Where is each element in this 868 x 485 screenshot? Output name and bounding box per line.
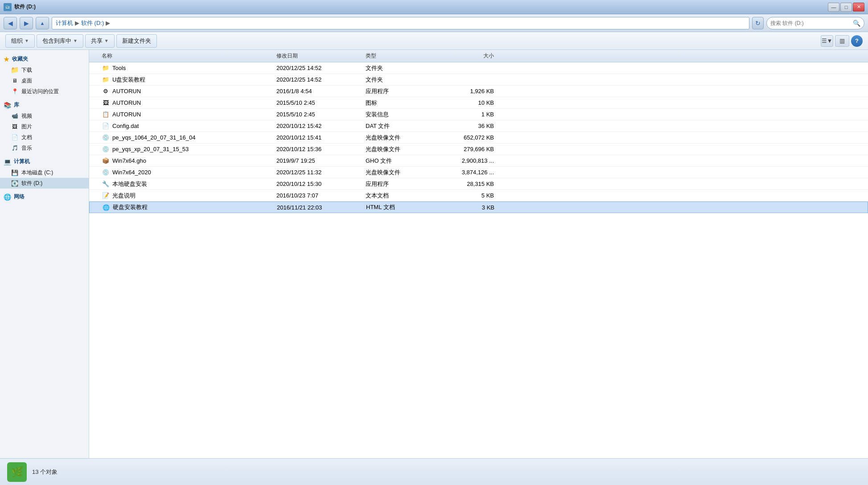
file-type-cell: 光盘映像文件 bbox=[366, 169, 437, 177]
share-button[interactable]: 共享 ▼ bbox=[85, 34, 115, 48]
file-date-cell: 2020/10/12 15:41 bbox=[276, 134, 366, 141]
back-button[interactable]: ◀ bbox=[4, 17, 17, 29]
search-icon: 🔍 bbox=[853, 20, 860, 27]
file-name-cell: 📁 Tools bbox=[89, 64, 276, 72]
file-size-cell: 3 KB bbox=[437, 204, 500, 211]
library-chevron: ▼ bbox=[73, 38, 78, 43]
table-row[interactable]: 🔧 本地硬盘安装 2020/10/12 15:30 应用程序 28,315 KB bbox=[89, 178, 868, 190]
table-row[interactable]: 📝 光盘说明 2016/10/23 7:07 文本文档 5 KB bbox=[89, 190, 868, 201]
file-name-cell: 📝 光盘说明 bbox=[89, 192, 276, 200]
file-name: Config.dat bbox=[112, 123, 139, 129]
file-type-icon: ⚙ bbox=[102, 87, 110, 95]
file-type-icon: 🌐 bbox=[102, 203, 110, 211]
column-size[interactable]: 大小 bbox=[437, 52, 499, 60]
sidebar-item-music[interactable]: 🎵 音乐 bbox=[0, 143, 89, 153]
file-size-cell: 279,696 KB bbox=[437, 146, 499, 152]
star-icon: ★ bbox=[4, 56, 9, 63]
library-icon: 📚 bbox=[4, 102, 11, 109]
file-list: 名称 修改日期 类型 大小 📁 Tools 2020/12/25 14:52 文… bbox=[89, 50, 868, 458]
new-folder-button[interactable]: 新建文件夹 bbox=[116, 34, 157, 48]
sidebar-item-recent[interactable]: 📍 最近访问的位置 bbox=[0, 86, 89, 97]
file-name-cell: 💿 Win7x64_2020 bbox=[89, 169, 276, 177]
music-icon: 🎵 bbox=[11, 144, 19, 152]
sidebar-item-video[interactable]: 📹 视频 bbox=[0, 111, 89, 121]
doc-icon: 📄 bbox=[11, 133, 19, 141]
network-icon: 🌐 bbox=[4, 193, 11, 201]
minimize-button[interactable]: — bbox=[828, 3, 839, 12]
sidebar-favorites-header[interactable]: ★ 收藏夹 bbox=[0, 53, 89, 65]
file-name-cell: 💿 pe_yqs_1064_20_07_31_16_04 bbox=[89, 134, 276, 142]
toolbar: 组织 ▼ 包含到库中 ▼ 共享 ▼ 新建文件夹 ☰▼ ▥ ? bbox=[0, 32, 868, 50]
video-icon: 📹 bbox=[11, 112, 19, 120]
sidebar-item-images[interactable]: 🖼 图片 bbox=[0, 121, 89, 132]
file-name-cell: 📋 AUTORUN bbox=[89, 111, 276, 119]
file-date-cell: 2020/12/25 14:52 bbox=[276, 65, 366, 71]
file-type-cell: 文本文档 bbox=[366, 192, 437, 200]
file-name: Tools bbox=[112, 65, 126, 71]
breadcrumb-drive[interactable]: 软件 (D:) bbox=[81, 19, 104, 27]
hdd-active-icon: 💽 bbox=[11, 179, 19, 187]
column-date[interactable]: 修改日期 bbox=[276, 52, 366, 60]
table-row[interactable]: 📁 U盘安装教程 2020/12/25 14:52 文件夹 bbox=[89, 74, 868, 86]
main-area: ★ 收藏夹 📁 下载 🖥 桌面 📍 最近访问的位置 📚 库 📹 视频 🖼 图片 bbox=[0, 50, 868, 458]
file-type-cell: 光盘映像文件 bbox=[366, 145, 437, 153]
file-date-cell: 2016/10/23 7:07 bbox=[276, 192, 366, 199]
up-button[interactable]: ▲ bbox=[36, 17, 49, 29]
folder-icon: 📁 bbox=[11, 66, 19, 74]
table-row[interactable]: 📦 Win7x64.gho 2019/9/7 19:25 GHO 文件 2,90… bbox=[89, 155, 868, 167]
include-library-button[interactable]: 包含到库中 ▼ bbox=[37, 34, 83, 48]
file-size-cell: 10 KB bbox=[437, 99, 499, 106]
file-type-cell: 应用程序 bbox=[366, 87, 437, 95]
table-row[interactable]: 💿 pe_yqs_1064_20_07_31_16_04 2020/10/12 … bbox=[89, 132, 868, 144]
close-button[interactable]: ✕ bbox=[853, 3, 864, 12]
file-size-cell: 28,315 KB bbox=[437, 181, 499, 187]
file-rows: 📁 Tools 2020/12/25 14:52 文件夹 📁 U盘安装教程 20… bbox=[89, 62, 868, 213]
table-row[interactable]: 📄 Config.dat 2020/10/12 15:42 DAT 文件 36 … bbox=[89, 120, 868, 132]
organize-button[interactable]: 组织 ▼ bbox=[5, 34, 35, 48]
file-size-cell: 2,900,813 ... bbox=[437, 157, 499, 164]
statusbar-icon: 🌿 bbox=[7, 462, 27, 482]
file-size-cell: 652,072 KB bbox=[437, 134, 499, 141]
file-name: U盘安装教程 bbox=[112, 76, 145, 84]
sidebar: ★ 收藏夹 📁 下载 🖥 桌面 📍 最近访问的位置 📚 库 📹 视频 🖼 图片 bbox=[0, 50, 89, 458]
file-type-cell: 文件夹 bbox=[366, 76, 437, 84]
column-type[interactable]: 类型 bbox=[366, 52, 437, 60]
file-name-cell: 📦 Win7x64.gho bbox=[89, 157, 276, 165]
refresh-button[interactable]: ↻ bbox=[752, 17, 764, 29]
sidebar-item-downloads[interactable]: 📁 下载 bbox=[0, 65, 89, 75]
table-row[interactable]: 📁 Tools 2020/12/25 14:52 文件夹 bbox=[89, 62, 868, 74]
table-row[interactable]: 🌐 硬盘安装教程 2016/11/21 22:03 HTML 文档 3 KB bbox=[89, 201, 868, 213]
table-row[interactable]: 💿 Win7x64_2020 2020/12/25 11:32 光盘映像文件 3… bbox=[89, 167, 868, 178]
file-name: 硬盘安装教程 bbox=[113, 203, 148, 211]
sidebar-item-c-drive[interactable]: 💾 本地磁盘 (C:) bbox=[0, 167, 89, 178]
maximize-button[interactable]: □ bbox=[840, 3, 852, 12]
addressbar: ◀ ▶ ▲ 计算机 ▶ 软件 (D:) ▶ ↻ 🔍 bbox=[0, 14, 868, 32]
sidebar-library-header[interactable]: 📚 库 bbox=[0, 99, 89, 111]
table-row[interactable]: ⚙ AUTORUN 2016/1/8 4:54 应用程序 1,926 KB bbox=[89, 86, 868, 97]
sidebar-network-header[interactable]: 🌐 网络 bbox=[0, 191, 89, 202]
breadcrumb-computer[interactable]: 计算机 bbox=[56, 19, 73, 27]
file-type-icon: 📄 bbox=[102, 122, 110, 130]
file-name: 本地硬盘安装 bbox=[112, 180, 147, 188]
sidebar-item-desktop[interactable]: 🖥 桌面 bbox=[0, 75, 89, 86]
search-input[interactable] bbox=[770, 20, 851, 26]
file-name-cell: 🔧 本地硬盘安装 bbox=[89, 180, 276, 188]
file-date-cell: 2020/10/12 15:36 bbox=[276, 146, 366, 152]
column-name[interactable]: 名称 bbox=[89, 52, 276, 60]
table-row[interactable]: 🖼 AUTORUN 2015/5/10 2:45 图标 10 KB bbox=[89, 97, 868, 109]
help-button[interactable]: ? bbox=[851, 35, 863, 47]
file-date-cell: 2020/12/25 11:32 bbox=[276, 169, 366, 176]
forward-button[interactable]: ▶ bbox=[20, 17, 33, 29]
table-row[interactable]: 💿 pe_yqs_xp_20_07_31_15_53 2020/10/12 15… bbox=[89, 144, 868, 155]
view-toggle-button[interactable]: ☰▼ bbox=[821, 35, 833, 47]
sidebar-computer-header[interactable]: 💻 计算机 bbox=[0, 156, 89, 167]
search-box: 🔍 bbox=[766, 17, 864, 29]
file-date-cell: 2020/10/12 15:30 bbox=[276, 181, 366, 187]
file-size-cell: 5 KB bbox=[437, 192, 499, 199]
file-type-cell: 安装信息 bbox=[366, 111, 437, 119]
file-type-cell: 图标 bbox=[366, 99, 437, 107]
table-row[interactable]: 📋 AUTORUN 2015/5/10 2:45 安装信息 1 KB bbox=[89, 109, 868, 120]
sidebar-item-d-drive[interactable]: 💽 软件 (D:) bbox=[0, 178, 89, 189]
preview-pane-button[interactable]: ▥ bbox=[835, 35, 849, 47]
sidebar-item-docs[interactable]: 📄 文档 bbox=[0, 132, 89, 143]
